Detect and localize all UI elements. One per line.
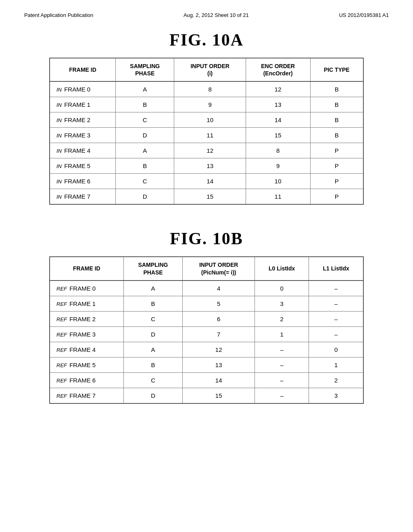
fig10a-row6-encorder: 10 (246, 174, 310, 189)
fig10a-row6-pictype: P (310, 174, 363, 189)
fig10a-row4-inputorder: 12 (174, 143, 246, 158)
table-row: IN FRAME 0 A 8 12 B (50, 81, 363, 97)
fig10a-row7-encorder: 11 (246, 189, 310, 205)
fig10b-row4-phase: A (123, 342, 183, 357)
fig10a-row3-phase: D (116, 128, 174, 143)
fig10b-col-phase: SAMPLINGPHASE (123, 257, 183, 280)
fig10a-header-row: FRAME ID SAMPLINGPHASE INPUT ORDER(i) EN… (50, 58, 363, 81)
fig10b-col-inputorder: INPUT ORDER(PicNum(= i)) (183, 257, 255, 280)
fig10a-row2-encorder: 14 (246, 112, 310, 128)
fig10a-col-phase: SAMPLINGPHASE (116, 58, 174, 81)
fig10b-table-container: FRAME ID SAMPLINGPHASE INPUT ORDER(PicNu… (49, 256, 364, 403)
table-row: IN FRAME 4 A 12 8 P (50, 143, 363, 158)
fig10b-row6-phase: C (123, 372, 183, 388)
fig10b-row3-phase: D (123, 326, 183, 342)
fig10b-col-frameid: FRAME ID (50, 257, 123, 280)
page-header: Patent Application Publication Aug. 2, 2… (24, 12, 389, 18)
fig10a-row1-encorder: 13 (246, 97, 310, 112)
fig10a-row1-pictype: B (310, 97, 363, 112)
fig10b-row4-l1: 0 (309, 342, 363, 357)
fig10b-col-l1: L1 ListIdx (309, 257, 363, 280)
fig10a-row2-inputorder: 10 (174, 112, 246, 128)
fig10b-row1-l1: – (309, 296, 363, 311)
fig10a-row0-inputorder: 8 (174, 81, 246, 97)
fig10b-title: FIG. 10B (24, 229, 389, 248)
table-row: IN FRAME 6 C 14 10 P (50, 174, 363, 189)
table-row: IN FRAME 2 C 10 14 B (50, 112, 363, 128)
fig10b-row2-frameid: REF FRAME 2 (50, 311, 123, 326)
fig10a-row0-pictype: B (310, 81, 363, 97)
table-row: IN FRAME 7 D 15 11 P (50, 189, 363, 205)
fig10a-row5-encorder: 9 (246, 158, 310, 174)
fig10a-row3-encorder: 15 (246, 128, 310, 143)
fig10b-row0-phase: A (123, 281, 183, 296)
table-row: IN FRAME 5 B 13 9 P (50, 158, 363, 174)
fig10b-row3-l0: 1 (254, 326, 309, 342)
fig10a-row5-frameid: IN FRAME 5 (50, 158, 116, 174)
table-row: IN FRAME 3 D 11 15 B (50, 128, 363, 143)
fig10b-table: FRAME ID SAMPLINGPHASE INPUT ORDER(PicNu… (49, 256, 364, 403)
fig10a-row1-inputorder: 9 (174, 97, 246, 112)
fig10b-row2-l0: 2 (254, 311, 309, 326)
fig10b-row6-l1: 2 (309, 372, 363, 388)
fig10b-row4-frameid: REF FRAME 4 (50, 342, 123, 357)
fig10a-title: FIG. 10A (24, 30, 389, 50)
fig10b-row6-l0: – (254, 372, 309, 388)
fig10b-row1-inputorder: 5 (183, 296, 255, 311)
fig10a-row4-phase: A (116, 143, 174, 158)
fig10a-table: FRAME ID SAMPLINGPHASE INPUT ORDER(i) EN… (49, 58, 364, 205)
fig10a-col-encorder: ENC ORDER(EncOrder) (246, 58, 310, 81)
fig10b-row5-l0: – (254, 357, 309, 372)
fig10a-row4-encorder: 8 (246, 143, 310, 158)
fig10b-row7-l1: 3 (309, 388, 363, 403)
fig10b-row6-inputorder: 14 (183, 372, 255, 388)
table-row: REF FRAME 4 A 12 – 0 (50, 342, 363, 357)
fig10b-row2-phase: C (123, 311, 183, 326)
fig10b-col-l0: L0 ListIdx (254, 257, 309, 280)
fig10b-row7-inputorder: 15 (183, 388, 255, 403)
fig10b-row0-inputorder: 4 (183, 281, 255, 296)
fig10a-row2-pictype: B (310, 112, 363, 128)
fig10a-row7-phase: D (116, 189, 174, 205)
fig10a-row0-frameid: IN FRAME 0 (50, 81, 116, 97)
fig10a-row7-frameid: IN FRAME 7 (50, 189, 116, 205)
fig10a-row6-phase: C (116, 174, 174, 189)
fig10b-row0-frameid: REF FRAME 0 (50, 281, 123, 296)
fig10b-row7-phase: D (123, 388, 183, 403)
fig10b-row5-inputorder: 13 (183, 357, 255, 372)
fig10a-row7-pictype: P (310, 189, 363, 205)
fig10b-row1-l0: 3 (254, 296, 309, 311)
fig10a-row6-frameid: IN FRAME 6 (50, 174, 116, 189)
fig10b-row6-frameid: REF FRAME 6 (50, 372, 123, 388)
fig10a-row3-frameid: IN FRAME 3 (50, 128, 116, 143)
fig10a-col-pictype: PIC TYPE (310, 58, 363, 81)
fig10a-row6-inputorder: 14 (174, 174, 246, 189)
header-middle: Aug. 2, 2012 Sheet 10 of 21 (184, 12, 249, 18)
table-row: REF FRAME 7 D 15 – 3 (50, 388, 363, 403)
fig10b-row5-l1: 1 (309, 357, 363, 372)
fig10b-row4-l0: – (254, 342, 309, 357)
fig10b-row1-frameid: REF FRAME 1 (50, 296, 123, 311)
fig10a-row1-frameid: IN FRAME 1 (50, 97, 116, 112)
fig10b-row5-phase: B (123, 357, 183, 372)
fig10a-row5-pictype: P (310, 158, 363, 174)
fig10b-row2-l1: – (309, 311, 363, 326)
fig10b-row0-l0: 0 (254, 281, 309, 296)
table-row: IN FRAME 1 B 9 13 B (50, 97, 363, 112)
table-row: REF FRAME 2 C 6 2 – (50, 311, 363, 326)
fig10b-header-row: FRAME ID SAMPLINGPHASE INPUT ORDER(PicNu… (50, 257, 363, 280)
fig10a-col-inputorder: INPUT ORDER(i) (174, 58, 246, 81)
fig10b-row3-l1: – (309, 326, 363, 342)
fig10a-row0-encorder: 12 (246, 81, 310, 97)
table-row: REF FRAME 1 B 5 3 – (50, 296, 363, 311)
fig10b-row3-inputorder: 7 (183, 326, 255, 342)
fig10b-row7-l0: – (254, 388, 309, 403)
table-row: REF FRAME 6 C 14 – 2 (50, 372, 363, 388)
header-left: Patent Application Publication (24, 12, 93, 18)
table-row: REF FRAME 0 A 4 0 – (50, 281, 363, 296)
fig10a-row7-inputorder: 15 (174, 189, 246, 205)
fig10a-row3-inputorder: 11 (174, 128, 246, 143)
fig10a-col-frameid: FRAME ID (50, 58, 116, 81)
fig10b-row5-frameid: REF FRAME 5 (50, 357, 123, 372)
fig10a-table-container: FRAME ID SAMPLINGPHASE INPUT ORDER(i) EN… (49, 58, 364, 205)
